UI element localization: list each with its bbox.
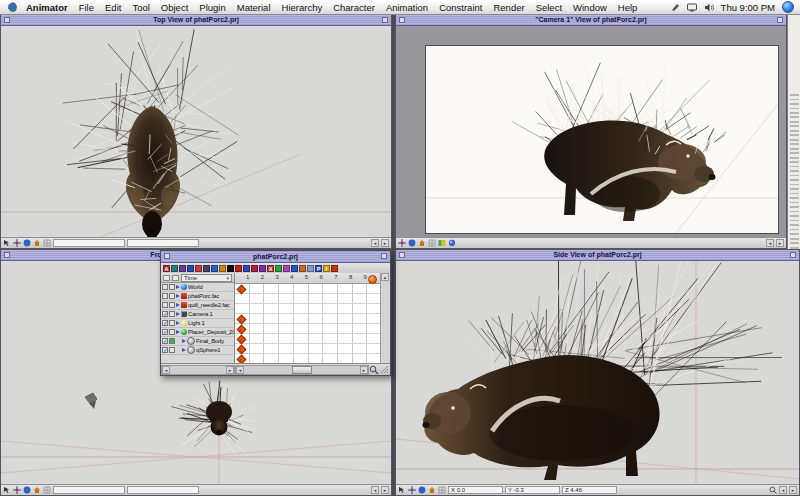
flag-checkbox[interactable] bbox=[169, 311, 175, 317]
header-check-icon[interactable] bbox=[163, 275, 170, 281]
axis-tool-icon[interactable] bbox=[398, 239, 406, 247]
keyframe-row-8[interactable] bbox=[235, 354, 380, 363]
menu-item-hierarchy[interactable]: Hierarchy bbox=[282, 2, 323, 13]
keyframe-row-4[interactable] bbox=[235, 314, 380, 324]
hierarchy-hscrollbar[interactable]: ◂ ▸ bbox=[161, 365, 235, 375]
scroll-left-arrow[interactable]: ◂ bbox=[371, 239, 379, 247]
project-tool-icon-18[interactable] bbox=[299, 265, 306, 272]
timeline-hscrollbar[interactable]: ◂ ▸ bbox=[235, 365, 369, 375]
close-box[interactable] bbox=[399, 17, 405, 23]
hierarchy-row-world[interactable]: World bbox=[161, 283, 234, 292]
disclosure-triangle-icon[interactable] bbox=[176, 312, 180, 316]
flag-checkbox[interactable] bbox=[169, 284, 175, 290]
side-view-titlebar[interactable]: Side View of phatPorc2.prj bbox=[396, 250, 799, 261]
project-titlebar[interactable]: phatPorc2.prj bbox=[161, 251, 390, 263]
project-tool-icon-5[interactable] bbox=[195, 265, 202, 272]
keyframe-row-3[interactable] bbox=[235, 304, 380, 314]
project-tool-icon-1[interactable]: A bbox=[163, 265, 170, 272]
menu-item-plugin[interactable]: Plugin bbox=[199, 2, 225, 13]
scroll-left-arrow[interactable]: ◂ bbox=[779, 486, 787, 494]
close-box[interactable] bbox=[399, 252, 405, 258]
zoom-box[interactable] bbox=[777, 17, 783, 23]
menu-item-window[interactable]: Window bbox=[573, 2, 607, 13]
project-tool-icon-7[interactable] bbox=[211, 265, 218, 272]
render-tool-icon[interactable] bbox=[448, 239, 456, 247]
project-tool-icon-20[interactable]: P bbox=[315, 265, 322, 272]
hierarchy-item-label[interactable]: Placer_Deposit_20.plm bbox=[188, 329, 234, 335]
home-tool-icon[interactable] bbox=[428, 486, 436, 494]
zoom-box[interactable] bbox=[790, 252, 796, 258]
visibility-checkbox[interactable] bbox=[162, 284, 168, 290]
menu-item-edit[interactable]: Edit bbox=[105, 2, 121, 13]
hierarchy-row-quill-needle2-fac[interactable]: quill_needle2.fac bbox=[161, 301, 234, 310]
zoom-box[interactable] bbox=[381, 253, 387, 259]
menu-item-material[interactable]: Material bbox=[237, 2, 271, 13]
scroll-right-arrow[interactable]: ▸ bbox=[360, 366, 368, 374]
scroll-right-arrow[interactable]: ▸ bbox=[226, 366, 234, 374]
hierarchy-row-final-body[interactable]: ✓Final_Body bbox=[161, 337, 234, 346]
hierarchy-row-placer-deposit-20-plm[interactable]: ✓Placer_Deposit_20.plm bbox=[161, 328, 234, 337]
keyframe-row-2[interactable] bbox=[235, 294, 380, 304]
keyframe-row-7[interactable] bbox=[235, 344, 380, 354]
grid-tool-icon[interactable] bbox=[428, 239, 436, 247]
keyframe-row-5[interactable] bbox=[235, 324, 380, 334]
viewport-field-1[interactable] bbox=[53, 239, 125, 247]
apple-menu-icon[interactable] bbox=[8, 2, 17, 12]
keyframe-marker[interactable] bbox=[237, 324, 247, 334]
sphere-tool-icon[interactable] bbox=[408, 239, 416, 247]
project-tool-icon-12[interactable] bbox=[251, 265, 258, 272]
keyframe-row-1[interactable] bbox=[235, 284, 380, 294]
project-tool-icon-14[interactable]: X bbox=[267, 265, 274, 272]
time-clock-icon[interactable] bbox=[368, 275, 377, 284]
timeline-ruler[interactable]: 123456789 bbox=[235, 273, 380, 284]
axis-tool-icon[interactable] bbox=[408, 486, 416, 494]
home-tool-icon[interactable] bbox=[418, 239, 426, 247]
keyframe-marker[interactable] bbox=[237, 354, 247, 363]
project-tool-icon-9[interactable] bbox=[227, 265, 234, 272]
visibility-checkbox[interactable]: ✓ bbox=[162, 320, 168, 326]
disclosure-triangle-icon[interactable] bbox=[176, 294, 180, 298]
coord-y-field[interactable]: Y -0.3 bbox=[505, 486, 560, 494]
side-viewport-canvas[interactable] bbox=[396, 261, 799, 486]
close-box[interactable] bbox=[4, 17, 10, 23]
disclosure-triangle-icon[interactable] bbox=[176, 330, 180, 334]
project-tool-icon-8[interactable] bbox=[219, 265, 226, 272]
project-tool-icon-19[interactable] bbox=[307, 265, 314, 272]
viewport-field-2[interactable] bbox=[127, 239, 199, 247]
menu-item-animation[interactable]: Animation bbox=[386, 2, 428, 13]
hierarchy-row-phatporc-fac[interactable]: phatPorc.fac bbox=[161, 292, 234, 301]
scroll-left-arrow[interactable]: ◂ bbox=[236, 366, 244, 374]
menu-item-tool[interactable]: Tool bbox=[132, 2, 149, 13]
hierarchy-item-label[interactable]: Final_Body bbox=[196, 338, 224, 344]
menu-item-file[interactable]: File bbox=[79, 2, 94, 13]
hierarchy-row-qsphere1[interactable]: ✓qSphere1 bbox=[161, 346, 234, 355]
close-box[interactable] bbox=[164, 253, 170, 259]
project-tool-icon-17[interactable] bbox=[291, 265, 298, 272]
project-tool-icon-2[interactable] bbox=[171, 265, 178, 272]
help-orb-icon[interactable] bbox=[782, 1, 794, 13]
scroll-right-arrow[interactable]: ▸ bbox=[381, 486, 389, 494]
menu-item-help[interactable]: Help bbox=[618, 2, 638, 13]
grid-tool-icon[interactable] bbox=[43, 486, 51, 494]
sphere-tool-icon[interactable] bbox=[418, 486, 426, 494]
axis-tool-icon[interactable] bbox=[13, 239, 21, 247]
project-tool-icon-4[interactable] bbox=[187, 265, 194, 272]
project-tool-icon-16[interactable] bbox=[283, 265, 290, 272]
coord-z-field[interactable]: Z 4.46 bbox=[562, 486, 617, 494]
zoom-box[interactable] bbox=[382, 17, 388, 23]
flag-checkbox[interactable] bbox=[169, 338, 175, 344]
home-tool-icon[interactable] bbox=[33, 239, 41, 247]
timeline-zoom-icon[interactable] bbox=[369, 365, 379, 375]
menu-clock[interactable]: Thu 9:00 PM bbox=[721, 2, 775, 13]
volume-icon[interactable] bbox=[704, 3, 714, 12]
flag-checkbox[interactable] bbox=[169, 329, 175, 335]
menu-item-animator[interactable]: Animator bbox=[26, 2, 68, 13]
flag-checkbox[interactable] bbox=[169, 320, 175, 326]
sphere-tool-icon[interactable] bbox=[23, 486, 31, 494]
menu-item-object[interactable]: Object bbox=[161, 2, 188, 13]
menu-item-render[interactable]: Render bbox=[493, 2, 524, 13]
hierarchy-row-light-1[interactable]: ✓Light 1 bbox=[161, 319, 234, 328]
hierarchy-item-label[interactable]: phatPorc.fac bbox=[188, 293, 219, 299]
resize-grip[interactable] bbox=[379, 364, 390, 375]
scroll-right-arrow[interactable]: ▸ bbox=[776, 239, 784, 247]
